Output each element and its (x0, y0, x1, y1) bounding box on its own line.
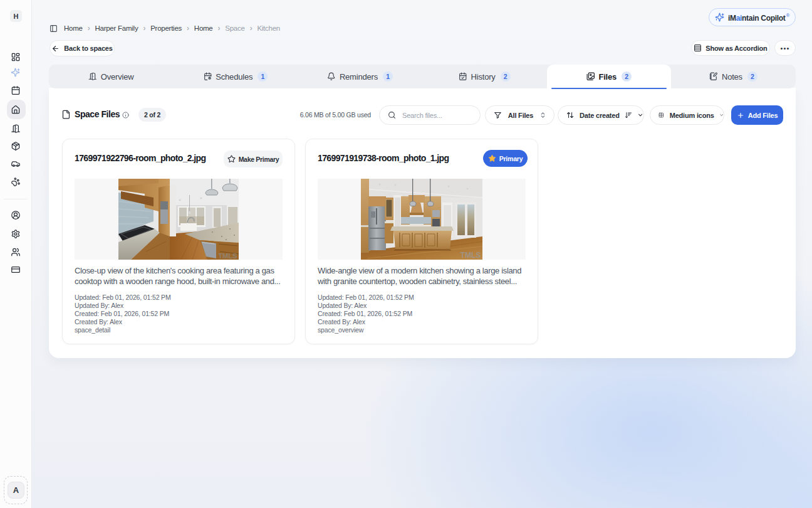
svg-text:TMLS: TMLS (460, 251, 481, 260)
svg-text:TMLS: TMLS (218, 252, 237, 260)
